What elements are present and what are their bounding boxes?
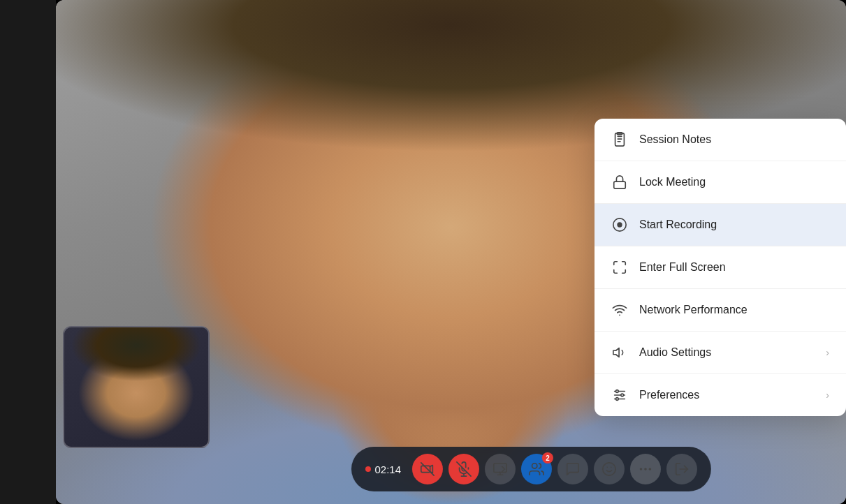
- self-view-person: [64, 327, 208, 447]
- svg-rect-21: [614, 181, 626, 188]
- menu-item-enter-full-screen[interactable]: Enter Full Screen: [595, 246, 846, 289]
- toolbar: 02:14: [351, 447, 711, 491]
- more-button[interactable]: [630, 454, 661, 484]
- svg-point-24: [619, 314, 620, 316]
- participants-button[interactable]: 2: [521, 454, 552, 484]
- leave-icon: [674, 461, 690, 477]
- preferences-chevron: ›: [826, 390, 829, 401]
- svg-rect-16: [615, 133, 625, 146]
- svg-point-30: [621, 394, 624, 396]
- menu-item-network-performance[interactable]: Network Performance: [595, 289, 846, 332]
- chat-icon: [565, 461, 581, 477]
- menu-item-preferences[interactable]: Preferences ›: [595, 374, 846, 416]
- mic-off-icon: [456, 461, 472, 477]
- context-menu: Session Notes Lock Meeting Start Recordi…: [595, 119, 846, 416]
- share-button[interactable]: [485, 454, 516, 484]
- audio-settings-chevron: ›: [826, 347, 829, 358]
- audio-settings-label: Audio Settings: [639, 346, 815, 359]
- start-recording-label: Start Recording: [639, 218, 829, 231]
- reactions-icon: [601, 461, 617, 477]
- network-performance-label: Network Performance: [639, 304, 829, 316]
- svg-point-13: [649, 468, 650, 470]
- recording-indicator: [365, 466, 370, 472]
- record-icon: [611, 216, 628, 233]
- preferences-icon: [611, 387, 628, 403]
- svg-point-8: [532, 464, 537, 468]
- video-off-icon: [420, 461, 435, 477]
- svg-point-31: [616, 398, 619, 401]
- audio-icon: [611, 344, 628, 361]
- participants-badge: 2: [542, 452, 553, 464]
- svg-line-1: [421, 463, 434, 475]
- menu-item-session-notes[interactable]: Session Notes: [595, 119, 846, 161]
- session-notes-label: Session Notes: [639, 133, 829, 146]
- timer-display: 02:14: [365, 464, 407, 475]
- timer-value: 02:14: [374, 464, 401, 475]
- mic-button[interactable]: [448, 454, 479, 484]
- svg-point-14: [641, 468, 642, 470]
- notes-icon: [611, 131, 628, 148]
- lock-icon: [611, 174, 628, 191]
- leave-button[interactable]: [666, 454, 697, 484]
- wifi-icon: [611, 302, 628, 318]
- self-view: [63, 326, 210, 448]
- preferences-label: Preferences: [639, 389, 815, 401]
- reactions-button[interactable]: [594, 454, 625, 484]
- menu-item-lock-meeting[interactable]: Lock Meeting: [595, 161, 846, 204]
- participants-icon: [529, 461, 544, 477]
- svg-point-23: [617, 222, 622, 227]
- menu-item-start-recording[interactable]: Start Recording: [595, 204, 846, 246]
- svg-point-29: [616, 390, 619, 393]
- svg-point-12: [645, 468, 646, 470]
- svg-marker-25: [613, 348, 619, 357]
- svg-rect-5: [494, 464, 506, 473]
- chat-button[interactable]: [557, 454, 588, 484]
- more-icon: [638, 461, 653, 477]
- video-button[interactable]: [412, 454, 443, 484]
- svg-point-9: [603, 463, 615, 475]
- enter-full-screen-label: Enter Full Screen: [639, 261, 829, 274]
- lock-meeting-label: Lock Meeting: [639, 176, 829, 188]
- menu-item-audio-settings[interactable]: Audio Settings ›: [595, 332, 846, 374]
- share-icon: [493, 461, 508, 477]
- left-panel: [0, 0, 56, 504]
- fullscreen-icon: [611, 259, 628, 276]
